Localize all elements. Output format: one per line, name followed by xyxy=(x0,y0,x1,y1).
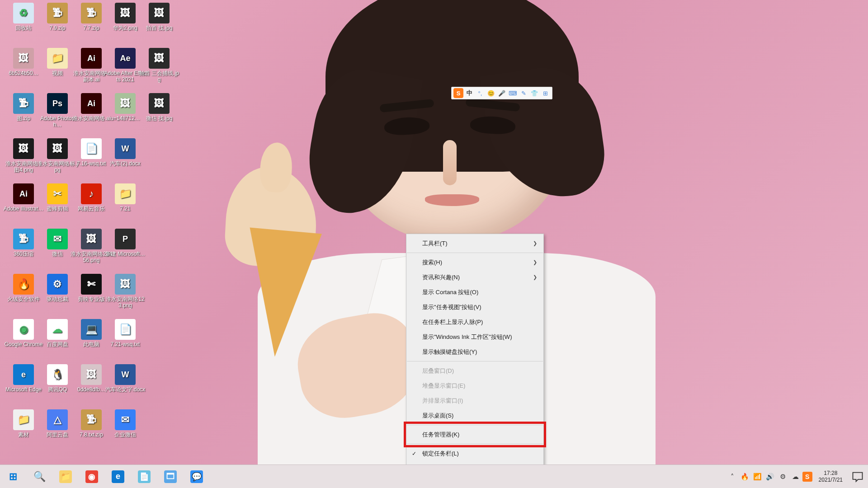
tray-icon[interactable]: 🔥 xyxy=(739,465,751,488)
ime-button[interactable]: 👕 xyxy=(529,88,539,98)
action-center-button[interactable] xyxy=(847,465,868,488)
file-icon: 🖼 xyxy=(115,93,136,114)
tray-icon[interactable]: ⚙ xyxy=(777,465,789,488)
file-icon: 🖼 xyxy=(81,364,102,385)
tray-icon[interactable]: ˄ xyxy=(726,465,738,488)
desktop-icon[interactable]: 🖼拍首 找.jpg xyxy=(137,3,182,31)
context-menu-item-label: 在任务栏上显示人脉(P) xyxy=(422,318,483,326)
context-menu-item[interactable]: 显示 Cortana 按钮(O) xyxy=(406,285,543,300)
edge-button[interactable]: e xyxy=(105,465,131,488)
desktop-icon[interactable]: 🖼淮水安南网络123.png xyxy=(103,274,148,309)
file-icon: W xyxy=(115,138,136,159)
desktop-icon[interactable]: 🖼拍首 三会捕线.jpg xyxy=(137,48,182,83)
wechat-work-button[interactable]: 💬 xyxy=(184,465,210,488)
file-icon: 💻 xyxy=(81,319,102,340)
desktop-icon[interactable]: P新建 Microsoft… xyxy=(103,229,148,257)
file-icon: ♪ xyxy=(81,183,102,204)
file-icon: 🗜 xyxy=(81,409,102,430)
context-menu-item[interactable]: 锁定任务栏(L)✓ xyxy=(406,446,543,461)
file-icon: ♻ xyxy=(13,3,34,23)
menu-separator xyxy=(407,361,543,361)
file-icon: 📄 xyxy=(115,319,136,340)
context-menu-item-label: 层叠窗口(D) xyxy=(422,367,454,375)
context-menu-item[interactable]: 任务管理器(K) xyxy=(406,427,543,442)
desktop-icon-label: 汽车论文字.docx xyxy=(103,386,148,393)
taskbar-context-menu: 工具栏(T)❯搜索(H)❯资讯和兴趣(N)❯显示 Cortana 按钮(O)显示… xyxy=(406,234,544,478)
file-icon: 🖼 xyxy=(115,274,136,295)
desktop-icon[interactable]: 📁7.21 xyxy=(103,183,148,212)
chevron-right-icon: ❯ xyxy=(533,259,537,265)
context-menu-item[interactable]: 资讯和兴趣(N)❯ xyxy=(406,270,543,285)
ime-button[interactable]: ⌨ xyxy=(508,88,518,98)
notepad-button[interactable]: 📄 xyxy=(131,465,157,488)
file-icon: 🐧 xyxy=(47,364,68,385)
context-menu-item-label: 显示触摸键盘按钮(Y) xyxy=(422,348,477,356)
menu-separator xyxy=(407,425,543,425)
wechat-work-icon: 💬 xyxy=(190,470,203,483)
ime-logo-icon[interactable]: S xyxy=(453,88,463,98)
desktop-icon[interactable]: ✉企业微信 xyxy=(103,409,148,438)
ime-button[interactable]: 中 xyxy=(464,88,474,98)
desktop-icon[interactable]: 🖼微信 找.jpg xyxy=(137,93,182,122)
file-icon: 📄 xyxy=(81,138,102,159)
file-icon: W xyxy=(115,364,136,385)
explorer-button[interactable]: 📁 xyxy=(52,465,79,488)
desktop-icon-label: 汽车(2).docx xyxy=(103,160,148,167)
file-icon: e xyxy=(13,364,34,385)
file-icon: Ai xyxy=(13,183,34,204)
file-icon: 🖼 xyxy=(115,3,136,23)
file-icon: ✉ xyxy=(115,409,136,430)
context-menu-item[interactable]: 显示桌面(S) xyxy=(406,408,543,423)
desktop-icon[interactable]: W汽车(2).docx xyxy=(103,138,148,167)
ime-button[interactable]: °, xyxy=(475,88,485,98)
ime-button[interactable]: ⊞ xyxy=(540,88,550,98)
file-icon: 🖼 xyxy=(13,48,34,69)
settings-app-button[interactable]: 🗔 xyxy=(157,465,184,488)
context-menu-item-label: 资讯和兴趣(N) xyxy=(422,273,460,282)
file-icon: 🖼 xyxy=(149,93,170,114)
context-menu-item[interactable]: 工具栏(T)❯ xyxy=(406,236,543,251)
context-menu-item-label: 锁定任务栏(L) xyxy=(422,450,459,458)
file-icon: 📁 xyxy=(47,48,68,69)
ime-button[interactable]: ✎ xyxy=(519,88,528,98)
search-button[interactable]: 🔍 xyxy=(26,465,52,488)
context-menu-item-label: 堆叠显示窗口(E) xyxy=(422,382,465,390)
file-icon: ⚙ xyxy=(47,274,68,295)
context-menu-item-label: 显示桌面(S) xyxy=(422,412,453,420)
ime-button[interactable]: 🎤 xyxy=(497,88,507,98)
file-icon: 🗜 xyxy=(47,3,68,23)
clock-time: 17:28 xyxy=(824,470,837,477)
context-menu-item[interactable]: 显示"任务视图"按钮(V) xyxy=(406,300,543,314)
chrome-button[interactable]: ◉ xyxy=(79,465,105,488)
desktop-icon[interactable]: W汽车论文字.docx xyxy=(103,364,148,393)
tray-icon[interactable]: 🔊 xyxy=(764,465,776,488)
ime-toolbar[interactable]: S中°,😊🎤⌨✎👕⊞ xyxy=(451,87,552,99)
menu-separator xyxy=(407,253,543,253)
tray-icon[interactable]: 📶 xyxy=(752,465,764,488)
taskbar[interactable]: ⊞🔍📁◉e📄🗔💬 ˄🔥📶🔊⚙☁S 17:28 2021/7/21 xyxy=(0,465,868,488)
tray-icon[interactable]: S xyxy=(802,472,812,482)
explorer-icon: 📁 xyxy=(59,470,72,483)
context-menu-item[interactable]: 搜索(H)❯ xyxy=(406,255,543,270)
desktop-icon-label: 新建 Microsoft… xyxy=(103,251,148,257)
ime-button[interactable]: 😊 xyxy=(486,88,496,98)
desktop-icon-label: 微信 找.jpg xyxy=(137,115,182,122)
file-icon: ◉ xyxy=(13,319,34,340)
context-menu-item: 并排显示窗口(I) xyxy=(406,393,543,408)
tray-icon[interactable]: ☁ xyxy=(790,465,802,488)
context-menu-item-label: 任务管理器(K) xyxy=(422,431,459,439)
file-icon: △ xyxy=(47,409,68,430)
desktop-icon-label: 7.21-wsq.txt xyxy=(103,341,148,347)
clock-date: 2021/7/21 xyxy=(819,477,843,483)
file-icon: 🖼 xyxy=(149,3,170,23)
file-icon: ✄ xyxy=(81,274,102,295)
taskbar-clock[interactable]: 17:28 2021/7/21 xyxy=(814,470,847,483)
start-icon: ⊞ xyxy=(7,470,19,483)
desktop-icon[interactable]: 📄7.21-wsq.txt xyxy=(103,319,148,347)
file-icon: 🖼 xyxy=(81,229,102,249)
context-menu-item[interactable]: 显示触摸键盘按钮(Y) xyxy=(406,344,543,359)
file-icon: 📁 xyxy=(13,409,34,430)
context-menu-item[interactable]: 在任务栏上显示人脉(P) xyxy=(406,314,543,329)
start-button[interactable]: ⊞ xyxy=(0,465,26,488)
context-menu-item[interactable]: 显示"Windows Ink 工作区"按钮(W) xyxy=(406,329,543,344)
